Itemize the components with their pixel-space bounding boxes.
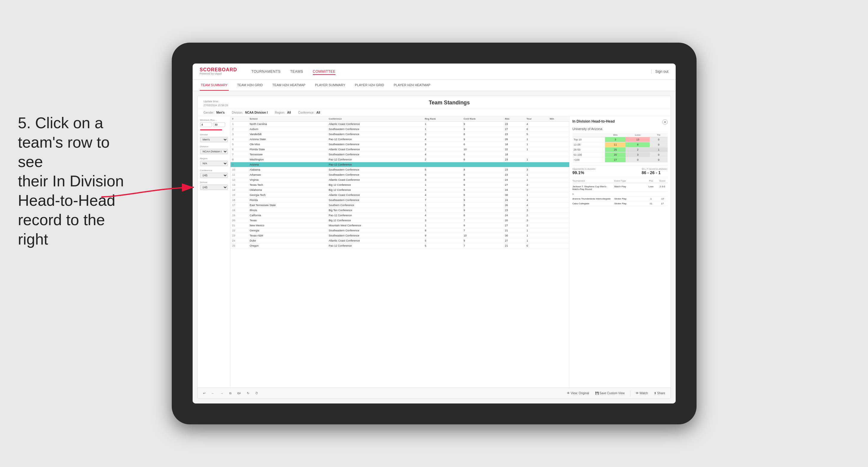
conference-filter-label: Conference [200,169,228,172]
filter-conference: Conference: All [298,111,320,114]
cell-conference: Big Ten Conference [327,208,423,213]
copy-button[interactable]: ⧉ [227,391,233,396]
h2h-opponents-value: 99.1% [572,170,584,175]
table-row[interactable]: 7 Tennessee Southeastern Conference 4 6 … [230,152,569,157]
table-row[interactable]: 21 New Mexico Mountain West Conference 1… [230,223,569,228]
sign-out-link[interactable]: Sign out [651,69,668,74]
tab-player-h2h-heatmap[interactable]: PLAYER H2H HEATMAP [393,80,431,91]
cell-rank: 22 [230,228,248,233]
col-pos: Pos [646,180,656,182]
tab-team-h2h-heatmap[interactable]: TEAM H2H HEATMAP [271,80,307,91]
min-rounds-min-input[interactable] [200,122,212,127]
cell-school: Alabama [248,167,327,173]
nav-committee[interactable]: COMMITTEE [313,68,336,75]
cell-school: Georgia Tech [248,193,327,198]
table-row[interactable]: 18 Illinois Big Ten Conference 1 9 23 3 [230,208,569,213]
cell-rds: 23 [503,122,525,127]
h2h-tournaments: Tournament Event Type Pos Score Jackson … [572,180,668,206]
h2h-col-range [572,133,605,137]
cell-win [548,203,569,208]
region-filter-label: Region [200,157,228,160]
nav-teams[interactable]: TEAMS [290,68,303,75]
table-row[interactable]: 23 Texas A&M Southeastern Conference 9 1… [230,233,569,238]
cell-conference: Atlantic Coast Conference [327,238,423,243]
cell-rank: 5 [230,142,248,147]
cell-tour: 4 [525,122,548,127]
tab-team-summary[interactable]: TEAM SUMMARY [200,80,229,91]
cell-win [548,228,569,233]
cell-school: Texas [248,218,327,223]
cell-conf-rank: 8 [462,173,503,178]
cell-tour: 5 [525,132,548,137]
cell-rds: 27 [503,183,525,188]
table-row[interactable]: 10 Alabama Southeastern Conference 5 8 2… [230,167,569,173]
cell-tour: 6 [525,127,548,132]
tab-player-h2h-grid[interactable]: PLAYER H2H GRID [354,80,385,91]
table-row[interactable]: 24 Duke Atlantic Coast Conference 5 9 27… [230,238,569,243]
table-row[interactable]: 15 Georgia Tech Atlantic Coast Conferenc… [230,193,569,198]
table-row[interactable]: 4 Arizona State Pac-12 Conference 4 9 26… [230,137,569,142]
table-row[interactable]: 20 Texas Big 12 Conference 3 7 20 3 [230,218,569,223]
table-row[interactable]: 6 Florida State Atlantic Coast Conferenc… [230,147,569,152]
table-row[interactable]: 16 Florida Southeastern Conference 7 9 2… [230,198,569,203]
cell-rank: 1 [230,122,248,127]
division-select[interactable]: NCAA Division I [200,149,228,154]
cell-conf-rank: 6 [462,188,503,193]
table-row[interactable]: 5 Ole Miss Southeastern Conference 3 6 1… [230,142,569,147]
h2h-table-row: 51-100 20 3 0 [572,152,668,157]
cell-school: Tennessee [248,152,327,157]
cell-rank: 8 [230,157,248,162]
table-row[interactable]: 9 Arizona Pac-12 Conference [230,162,569,167]
table-row[interactable]: 19 California Pac-12 Conference 4 8 24 2 [230,213,569,218]
cell-rds: 23 [503,167,525,173]
table-row[interactable]: 3 Vanderbilt Southeastern Conference 2 8… [230,132,569,137]
view-original-button[interactable]: 👁 View: Original [565,391,591,396]
table-row[interactable]: 1 North Carolina Atlantic Coast Conferen… [230,122,569,127]
cell-tour: 4 [525,203,548,208]
table-row[interactable]: 13 Texas Tech Big 12 Conference 1 9 27 2 [230,183,569,188]
table-row[interactable]: 11 Arkansas Southeastern Conference 6 8 … [230,173,569,178]
cell-win [548,243,569,248]
cell-win [548,122,569,127]
table-row[interactable]: 17 East Tennessee State Southern Confere… [230,203,569,208]
watch-button[interactable]: 👁 Watch [634,391,650,396]
back-button[interactable]: ← [210,391,216,396]
tab-team-h2h-grid[interactable]: TEAM H2H GRID [236,80,264,91]
tab-player-summary[interactable]: PLAYER SUMMARY [314,80,346,91]
school-select[interactable]: (All) [200,185,228,190]
min-rounds-max-input[interactable] [213,122,225,127]
gender-select[interactable]: Men's [200,137,228,142]
cell-rds: 27 [503,127,525,132]
share-button[interactable]: ⬆ Share [652,391,667,396]
save-custom-view-button[interactable]: 💾 Save Custom View [593,391,626,396]
cell-win [548,198,569,203]
refresh-button[interactable]: ↻ [245,391,251,396]
cell-rds: 24 [503,198,525,203]
nav-tournaments[interactable]: TOURNAMENTS [251,68,281,75]
cell-reg-rank: 1 [423,122,462,127]
conference-select[interactable]: (All) [200,173,228,178]
forward-button[interactable]: → [219,391,225,396]
h2h-table-row: 11-25 11 8 0 [572,142,668,147]
paste-button[interactable]: ⧉+ [236,391,243,396]
h2h-close-button[interactable]: ✕ [662,119,668,125]
cell-conference: Southeastern Conference [327,167,423,173]
cell-rds: 27 [503,223,525,228]
cell-school: Ole Miss [248,142,327,147]
table-row[interactable]: 2 Auburn Southeastern Conference 1 9 27 … [230,127,569,132]
h2h-table-row: Top 10 3 13 0 [572,137,668,142]
h2h-table-row: >100 27 0 0 [572,157,668,162]
table-row[interactable]: 8 Washington Pac-12 Conference 2 8 23 1 [230,157,569,162]
cell-reg-rank: 5 [423,238,462,243]
region-select[interactable]: N/A [200,161,228,166]
cell-conf-rank: 9 [462,223,503,228]
undo-button[interactable]: ↩ [201,391,207,396]
table-row[interactable]: 12 Virginia Atlantic Coast Conference 3 … [230,178,569,183]
cell-win [548,213,569,218]
clock-button[interactable]: ⏱ [253,391,260,396]
table-row[interactable]: 14 Oklahoma Big 12 Conference 4 6 24 2 [230,188,569,193]
col-tour: Tour [525,116,548,122]
table-row[interactable]: 22 Georgia Southeastern Conference 8 7 2… [230,228,569,233]
table-row[interactable]: 25 Oregon Pac-12 Conference 5 7 21 0 [230,243,569,248]
cell-tour: 3 [525,208,548,213]
